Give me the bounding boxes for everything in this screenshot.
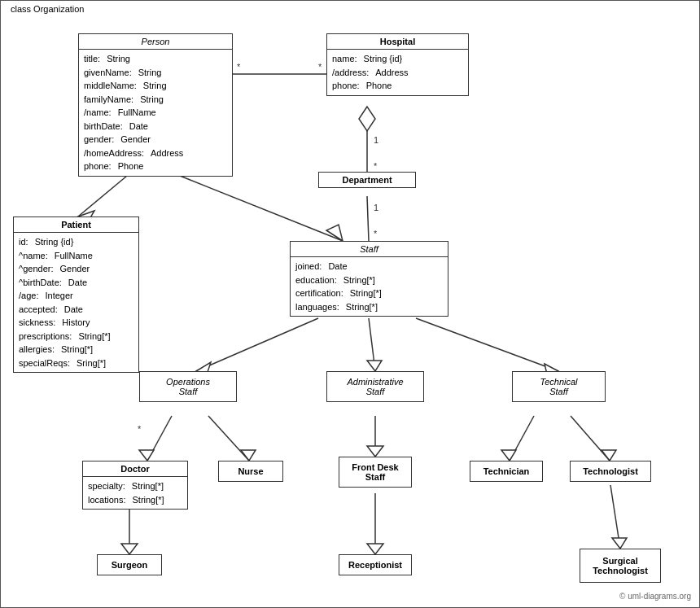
class-hospital-title: Hospital: [327, 34, 468, 50]
class-operations-staff: OperationsStaff: [139, 371, 237, 402]
svg-marker-29: [602, 450, 616, 461]
class-surgical-technologist-title: SurgicalTechnologist: [580, 549, 660, 582]
class-technician-title: Technician: [470, 461, 542, 481]
class-admin-staff-title: AdministrativeStaff: [327, 372, 423, 401]
class-technician: Technician: [470, 461, 543, 482]
class-front-desk: Front DeskStaff: [339, 457, 412, 488]
class-patient: Patient id:String {id} ^name:FullName ^g…: [13, 217, 139, 373]
svg-marker-3: [326, 225, 343, 241]
svg-marker-25: [367, 446, 383, 457]
svg-marker-33: [367, 544, 383, 554]
svg-line-0: [78, 176, 127, 217]
class-front-desk-title: Front DeskStaff: [339, 457, 411, 487]
svg-line-28: [571, 416, 610, 461]
svg-marker-23: [241, 450, 256, 461]
svg-line-14: [196, 318, 318, 371]
diagram-title: class Organization: [7, 4, 88, 14]
class-receptionist-title: Receptionist: [339, 555, 411, 575]
class-technical-staff: TechnicalStaff: [512, 371, 606, 402]
class-department: Department: [318, 172, 416, 188]
class-patient-title: Patient: [14, 217, 138, 233]
svg-text:1: 1: [374, 135, 378, 145]
svg-text:1: 1: [374, 203, 378, 212]
svg-marker-17: [367, 361, 382, 371]
class-hospital-attrs: name:String {id} /address:Address phone:…: [327, 50, 468, 95]
svg-marker-27: [501, 450, 516, 461]
class-nurse-title: Nurse: [219, 461, 282, 481]
svg-marker-5: [359, 107, 375, 131]
svg-marker-31: [121, 544, 138, 554]
class-staff: Staff joined:Date education:String[*] ce…: [290, 241, 448, 317]
svg-line-22: [208, 416, 249, 461]
svg-line-11: [367, 196, 369, 241]
svg-marker-35: [612, 538, 627, 549]
svg-text:*: *: [374, 161, 378, 171]
svg-line-18: [416, 318, 558, 371]
class-patient-attrs: id:String {id} ^name:FullName ^gender:Ge…: [14, 233, 138, 372]
class-technical-staff-title: TechnicalStaff: [513, 372, 605, 401]
class-doctor-title: Doctor: [83, 461, 187, 477]
svg-marker-21: [139, 450, 154, 461]
class-operations-staff-title: OperationsStaff: [140, 372, 236, 401]
svg-text:*: *: [237, 62, 241, 72]
svg-text:*: *: [374, 229, 378, 238]
class-surgeon-title: Surgeon: [98, 555, 161, 575]
class-nurse: Nurse: [218, 461, 283, 482]
class-admin-staff: AdministrativeStaff: [326, 371, 424, 402]
watermark: © uml-diagrams.org: [619, 592, 691, 601]
class-technologist-title: Technologist: [571, 461, 650, 481]
class-staff-attrs: joined:Date education:String[*] certific…: [291, 257, 448, 316]
class-person: Person title:String givenName:String mid…: [78, 33, 233, 177]
class-receptionist: Receptionist: [339, 554, 412, 575]
class-surgical-technologist: SurgicalTechnologist: [580, 549, 661, 583]
class-person-title: Person: [79, 34, 232, 50]
svg-text:*: *: [138, 424, 142, 434]
class-technologist: Technologist: [570, 461, 651, 482]
class-staff-title: Staff: [291, 242, 448, 257]
svg-line-20: [147, 416, 172, 461]
diagram-container: class Organization 1 * * * 1 *: [0, 0, 700, 608]
class-hospital: Hospital name:String {id} /address:Addre…: [326, 33, 469, 96]
svg-text:*: *: [318, 62, 322, 72]
class-department-title: Department: [319, 173, 415, 187]
svg-line-26: [510, 416, 534, 461]
svg-line-16: [369, 318, 375, 371]
class-doctor-attrs: specialty:String[*] locations:String[*]: [83, 477, 187, 509]
class-doctor: Doctor specialty:String[*] locations:Str…: [82, 461, 188, 510]
class-person-attrs: title:String givenName:String middleName…: [79, 50, 232, 176]
class-surgeon: Surgeon: [97, 554, 162, 575]
svg-line-34: [610, 485, 620, 549]
